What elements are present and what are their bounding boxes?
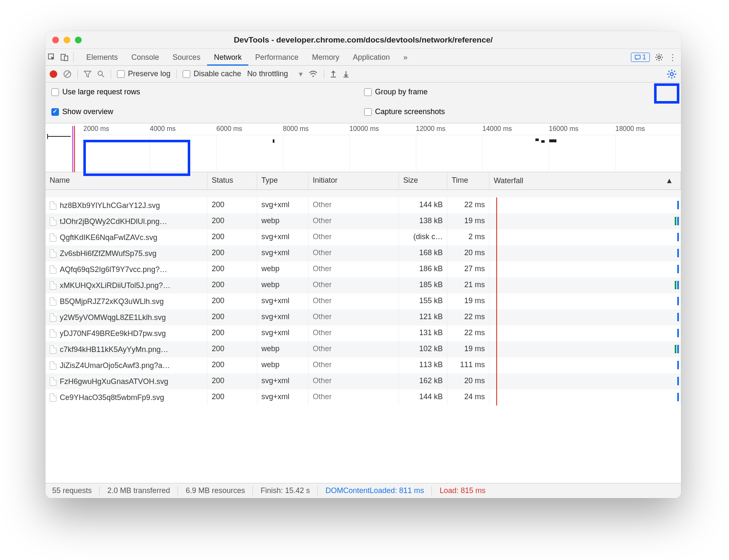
table-row[interactable]: QgftKdIKE6NqaFwlZAVc.svg200svg+xmlOther(… <box>45 229 681 245</box>
col-size[interactable]: Size <box>399 172 447 189</box>
file-icon <box>50 233 56 242</box>
close-window-button[interactable] <box>52 37 59 43</box>
table-row[interactable]: HasThu7GxWiipcoq-iASh.png…200webpOther12… <box>45 190 681 197</box>
col-status[interactable]: Status <box>208 172 257 189</box>
status-finish: Finish: 15.42 s <box>253 486 318 495</box>
device-toolbar-icon[interactable] <box>58 53 71 61</box>
show-overview-checkbox[interactable]: Show overview <box>51 107 362 116</box>
devtools-window: DevTools - developer.chrome.com/docs/dev… <box>45 31 681 498</box>
tab-performance[interactable]: Performance <box>248 49 305 66</box>
file-icon <box>50 377 56 386</box>
svg-point-9 <box>312 75 314 77</box>
timeline-label: 10000 ms <box>349 125 379 133</box>
file-icon <box>50 361 56 370</box>
timeline-label: 4000 ms <box>150 125 176 133</box>
titlebar: DevTools - developer.chrome.com/docs/dev… <box>45 31 681 49</box>
timeline-label: 18000 ms <box>615 125 645 133</box>
svg-point-12 <box>670 72 673 75</box>
clear-icon[interactable] <box>63 70 72 78</box>
svg-rect-2 <box>64 56 68 61</box>
file-icon <box>50 265 56 274</box>
filter-icon[interactable] <box>84 70 91 78</box>
status-requests: 55 requests <box>51 486 100 495</box>
file-icon <box>50 201 56 210</box>
group-by-frame-checkbox[interactable]: Group by frame <box>364 88 675 96</box>
table-row[interactable]: yDJ70NF49BREe9kHD7pw.svg200svg+xmlOther1… <box>45 325 681 341</box>
status-load: Load: 815 ms <box>432 486 493 495</box>
preserve-log-checkbox[interactable]: Preserve log <box>117 69 170 78</box>
timeline-label: 12000 ms <box>416 125 445 133</box>
wifi-icon[interactable] <box>309 70 318 78</box>
issues-count: 1 <box>642 53 646 61</box>
status-transferred: 2.0 MB transferred <box>100 486 178 495</box>
sort-indicator-icon: ▲ <box>665 176 673 185</box>
tab-sources[interactable]: Sources <box>166 49 207 66</box>
table-row[interactable]: FzH6gwuHgXuGnasATVOH.svg200svg+xmlOther1… <box>45 373 681 389</box>
table-row[interactable]: xMKUHQxXLiRDiiUTol5J.png?…200webpOther18… <box>45 277 681 293</box>
svg-point-4 <box>658 56 660 59</box>
status-domcontentloaded: DOMContentLoaded: 811 ms <box>318 486 432 495</box>
timeline-label: 16000 ms <box>549 125 578 133</box>
table-row[interactable]: JiZisZ4UmarOjo5cAwf3.png?a…200webpOther1… <box>45 357 681 373</box>
network-options: Use large request rows Group by frame Sh… <box>45 83 681 123</box>
file-icon <box>50 281 56 290</box>
table-row[interactable]: B5QMjpRJZ72xKQ3uWLlh.svg200svg+xmlOther1… <box>45 293 681 309</box>
table-row[interactable]: AQfq69qS2Ig6lT9Y7vcc.png?…200webpOther18… <box>45 261 681 277</box>
table-headers: Name Status Type Initiator Size Time Wat… <box>45 172 681 190</box>
upload-har-icon[interactable] <box>330 70 337 78</box>
table-row[interactable]: Zv6sbHi6fZfZMWufSp75.svg200svg+xmlOther1… <box>45 245 681 261</box>
col-initiator[interactable]: Initiator <box>309 172 399 189</box>
tab-memory[interactable]: Memory <box>305 49 346 66</box>
tab-application[interactable]: Application <box>346 49 396 66</box>
table-row[interactable]: hz8BXb9YlYLhCGarY12J.svg200svg+xmlOther1… <box>45 197 681 213</box>
record-button[interactable] <box>50 70 57 78</box>
svg-rect-3 <box>635 55 640 59</box>
disable-cache-checkbox[interactable]: Disable cache <box>183 69 241 78</box>
network-settings-gear-icon[interactable] <box>667 69 677 79</box>
svg-line-8 <box>102 75 104 77</box>
status-resources: 6.9 MB resources <box>178 486 253 495</box>
window-title: DevTools - developer.chrome.com/docs/dev… <box>45 35 681 45</box>
timeline-label: 2000 ms <box>83 125 109 133</box>
svg-point-7 <box>98 71 102 75</box>
col-name[interactable]: Name <box>45 172 208 189</box>
file-icon <box>50 297 56 306</box>
table-row[interactable]: Ce9YHacO35q8t5wbmFp9.svg200svg+xmlOther1… <box>45 389 681 405</box>
file-icon <box>50 345 56 354</box>
inspect-icon[interactable] <box>45 53 58 61</box>
network-toolbar: Preserve log Disable cache No throttling… <box>45 66 681 83</box>
overview-timeline[interactable]: 2000 ms4000 ms6000 ms8000 ms10000 ms1200… <box>45 123 681 172</box>
maximize-window-button[interactable] <box>75 37 82 43</box>
large-rows-checkbox[interactable]: Use large request rows <box>51 88 362 96</box>
timeline-label: 6000 ms <box>216 125 242 133</box>
tabs-overflow[interactable]: » <box>396 49 414 66</box>
file-icon <box>50 313 56 322</box>
col-time[interactable]: Time <box>447 172 490 189</box>
table-row[interactable]: tJOhr2jBQWy2CdKHDlUl.png…200webpOther138… <box>45 213 681 229</box>
status-bar: 55 requests 2.0 MB transferred 6.9 MB re… <box>45 483 681 498</box>
tab-console[interactable]: Console <box>125 49 166 66</box>
table-row[interactable]: c7kf94kHB11kK5AyYyMn.png…200webpOther102… <box>45 341 681 357</box>
timeline-label: 8000 ms <box>283 125 309 133</box>
kebab-menu-icon[interactable]: ⋮ <box>668 52 677 62</box>
tab-network[interactable]: Network <box>207 49 248 66</box>
svg-line-6 <box>65 72 70 77</box>
search-icon[interactable] <box>97 70 105 78</box>
minimize-window-button[interactable] <box>64 37 70 43</box>
file-icon <box>50 329 56 338</box>
panel-tabs: Elements Console Sources Network Perform… <box>45 49 681 66</box>
file-icon <box>50 249 56 258</box>
capture-screenshots-checkbox[interactable]: Capture screenshots <box>364 107 675 116</box>
table-row[interactable]: y2W5yVOMWqgL8ZE1Lklh.svg200svg+xmlOther1… <box>45 309 681 325</box>
tab-elements[interactable]: Elements <box>80 49 125 66</box>
request-table: HasThu7GxWiipcoq-iASh.png…200webpOther12… <box>45 190 681 483</box>
settings-gear-icon[interactable] <box>655 53 663 61</box>
timeline-label: 14000 ms <box>482 125 512 133</box>
col-waterfall[interactable]: Waterfall▲ <box>490 172 681 189</box>
file-icon <box>50 217 56 226</box>
throttling-select[interactable]: No throttling▾ <box>247 69 303 79</box>
col-type[interactable]: Type <box>257 172 309 189</box>
download-har-icon[interactable] <box>343 70 349 78</box>
issues-badge[interactable]: 1 <box>631 53 650 62</box>
file-icon <box>50 393 56 402</box>
